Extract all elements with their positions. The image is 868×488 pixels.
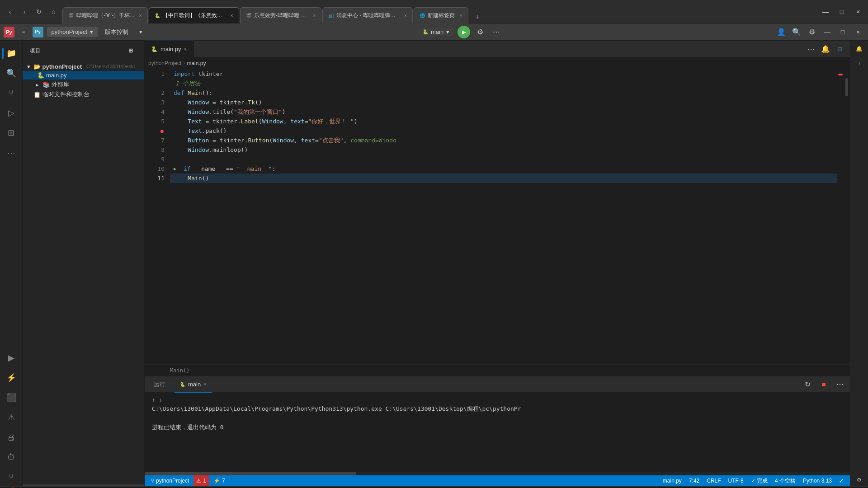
- ticker-notification[interactable]: 🔔 1: [4, 487, 16, 488]
- status-check[interactable]: ✓ 完成: [748, 475, 770, 486]
- browser-tab-5[interactable]: 🌐 新建标签页 ×: [414, 7, 468, 23]
- browser-minimize[interactable]: —: [819, 5, 832, 18]
- ide-debug-button[interactable]: ⚙: [474, 26, 486, 38]
- activity-more[interactable]: ⋯: [2, 144, 20, 162]
- status-position[interactable]: 7:42: [686, 475, 702, 486]
- browser-tab-5-close[interactable]: ×: [459, 13, 462, 18]
- tab-action-more[interactable]: ⋯: [805, 42, 817, 55]
- scrollbar-thumb[interactable]: [845, 78, 848, 96]
- activity-run[interactable]: ▶: [2, 349, 20, 367]
- indent-3: [174, 99, 188, 106]
- browser-tab-4-close[interactable]: ×: [404, 13, 407, 18]
- sidebar-expand-icon[interactable]: ⊞: [124, 44, 137, 57]
- status-error-count: 1: [203, 478, 206, 484]
- right-sidebar-plus[interactable]: +: [853, 57, 866, 70]
- editor-scrollbar[interactable]: [844, 69, 850, 364]
- browser-tab-4[interactable]: 📺 消息中心 - 哔哩哔哩弹幕视频... ×: [322, 7, 413, 23]
- code-line-5: Text = tkinter. Label ( Window , text = …: [170, 117, 837, 126]
- right-sidebar-notifications[interactable]: 🔔: [853, 42, 866, 55]
- status-warnings[interactable]: ⚡ 7: [211, 475, 228, 486]
- ide-search-button[interactable]: 🔍: [790, 26, 803, 38]
- status-expand[interactable]: ⤢: [836, 475, 846, 486]
- status-indent[interactable]: 4 个空格: [772, 475, 798, 486]
- line-num-3: 3: [145, 98, 170, 107]
- tab-split[interactable]: ⊡: [834, 42, 846, 55]
- browser-tab-3-close[interactable]: ×: [313, 13, 316, 18]
- editor-tab-main-py[interactable]: 🐍 main.py ×: [145, 41, 194, 57]
- sidebar-scrollbar[interactable]: [23, 483, 144, 486]
- run-line-button[interactable]: ▶: [174, 166, 182, 171]
- code-line-3: Window = tkinter. Tk (): [170, 98, 837, 107]
- call-hint-text: Main(): [170, 367, 189, 374]
- activity-vcs[interactable]: ⑂: [2, 468, 20, 486]
- browser-tab-1[interactable]: 🎬 哔哩哔哩（-'∀`-）干杯... ×: [62, 7, 148, 23]
- status-charset[interactable]: UTF-8: [726, 475, 746, 486]
- tree-item-external-libs[interactable]: ▸ 📚 外部库: [23, 80, 144, 89]
- ide-menu-vcs[interactable]: 版本控制: [101, 26, 132, 38]
- breadcrumb-file[interactable]: main.py: [187, 60, 206, 66]
- ide-more-button[interactable]: ⋯: [490, 26, 503, 38]
- tree-item-scratches[interactable]: 📋 临时文件和控制台: [23, 89, 144, 99]
- back-button[interactable]: ‹: [4, 5, 16, 18]
- panel-tab-main[interactable]: 🐍 main ×: [175, 376, 212, 393]
- ide-close[interactable]: ×: [852, 26, 864, 38]
- code-colon-10: :: [272, 165, 276, 172]
- status-file-label: main.py: [663, 478, 682, 484]
- activity-explorer[interactable]: 📁: [2, 44, 20, 62]
- activity-terminal[interactable]: ⬛: [2, 389, 20, 407]
- browser-tab-2-close[interactable]: ×: [230, 13, 233, 18]
- activity-extensions[interactable]: ⊞: [2, 124, 20, 142]
- browser-maximize[interactable]: □: [835, 5, 848, 18]
- status-eol[interactable]: CRLF: [704, 475, 723, 486]
- refresh-button[interactable]: ↻: [33, 5, 45, 18]
- status-branch[interactable]: ⑂ pythonProject: [148, 475, 192, 486]
- ide-run-button[interactable]: ▶: [458, 26, 470, 38]
- ide-settings-button[interactable]: ⚙: [806, 26, 818, 38]
- ide-profile-button[interactable]: 👤: [775, 26, 788, 38]
- browser-tab-2[interactable]: 🐍 【中日歌词】《乐意效劳》 ×: [149, 7, 239, 23]
- breadcrumb-project[interactable]: pythonProject: [148, 60, 181, 66]
- terminal-scroll-up[interactable]: ↑: [152, 396, 156, 403]
- panel-tab-run[interactable]: 运行: [148, 376, 171, 393]
- terminal-scroll-thumb[interactable]: [145, 472, 356, 475]
- activity-git[interactable]: ⑂: [2, 84, 20, 102]
- tab-notifications[interactable]: 🔔: [819, 42, 832, 55]
- error-icon: ⚠: [196, 478, 201, 484]
- terminal-scroll-down[interactable]: ↓: [159, 396, 163, 403]
- status-file[interactable]: main.py: [660, 475, 684, 486]
- browser-tab-1-close[interactable]: ×: [139, 13, 142, 18]
- status-errors[interactable]: ⚠ 1: [193, 475, 209, 486]
- ide-maximize[interactable]: □: [836, 26, 849, 38]
- activity-print[interactable]: 🖨: [2, 428, 20, 446]
- library-icon: 📚: [42, 81, 50, 88]
- browser-tab-3[interactable]: 🎬 乐意效劳-哔哩哔哩 bilibili ×: [240, 7, 321, 23]
- activity-history[interactable]: ⏱: [2, 448, 20, 466]
- ide-menu-dropdown[interactable]: ▾: [136, 27, 146, 37]
- new-tab-button[interactable]: +: [471, 11, 484, 23]
- run-icon: 🐍: [423, 29, 428, 34]
- activity-remote[interactable]: ⚡: [2, 369, 20, 387]
- terminal-stop[interactable]: ■: [817, 378, 830, 391]
- sidebar: 项目 ⊞ ▾ 📂 pythonProject C:\Users\13001\De…: [23, 41, 145, 486]
- terminal-restart[interactable]: ↻: [801, 378, 814, 391]
- tree-item-project-root[interactable]: ▾ 📂 pythonProject C:\Users\13001\Desktop…: [23, 62, 144, 71]
- run-target-selector[interactable]: 🐍 main ▾: [418, 28, 454, 36]
- home-button[interactable]: ⌂: [47, 5, 60, 18]
- activity-debug[interactable]: ▷: [2, 104, 20, 122]
- ide-project-selector[interactable]: pythonProject ▾: [47, 27, 98, 37]
- panel-tab-close[interactable]: ×: [203, 381, 206, 387]
- right-sidebar-settings2[interactable]: ⚙: [853, 474, 866, 486]
- terminal-scrollbar[interactable]: [145, 472, 850, 475]
- editor-tab-close[interactable]: ×: [184, 46, 187, 52]
- forward-button[interactable]: ›: [18, 5, 31, 18]
- ide-minimize[interactable]: —: [821, 26, 834, 38]
- activity-problems[interactable]: ⚠: [2, 408, 20, 427]
- terminal-area[interactable]: ↑ ↓ C:\Users\13001\AppData\Local\Program…: [145, 393, 850, 472]
- ide-menu-hamburger[interactable]: ≡: [18, 27, 29, 37]
- code-content[interactable]: import tkinter 1 个用法 def Main ():: [170, 69, 837, 364]
- browser-close[interactable]: ×: [852, 5, 864, 18]
- tree-item-main-py[interactable]: 🐍 main.py: [23, 71, 144, 80]
- terminal-more[interactable]: ⋯: [834, 378, 846, 391]
- status-language[interactable]: Python 3.13: [800, 475, 835, 486]
- activity-search[interactable]: 🔍: [2, 64, 20, 82]
